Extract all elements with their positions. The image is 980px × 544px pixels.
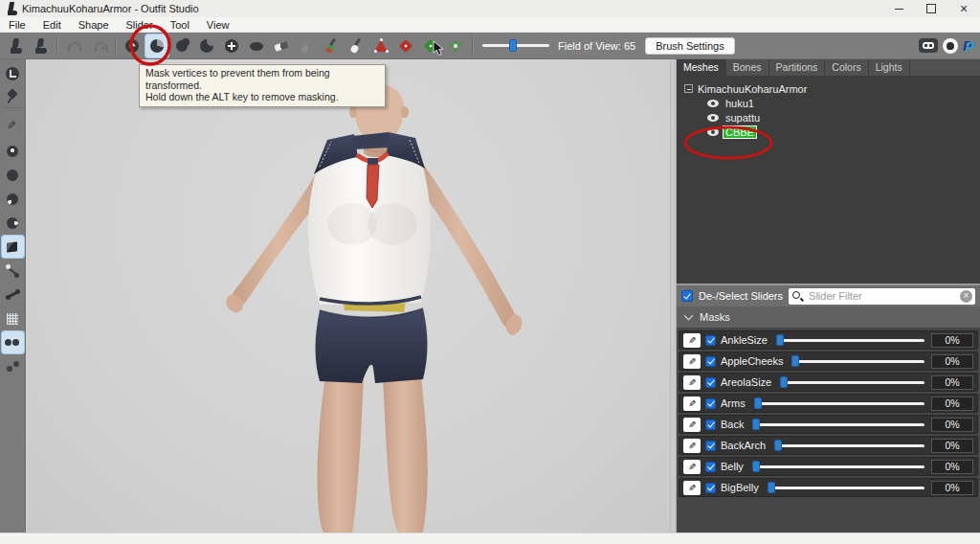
deflate-brush-button[interactable] bbox=[195, 34, 218, 57]
slider-track[interactable] bbox=[754, 397, 924, 410]
panel-tab[interactable]: Colors bbox=[825, 59, 868, 76]
edit-slider-button[interactable] bbox=[683, 418, 701, 432]
flip-edge-button[interactable] bbox=[394, 34, 417, 57]
menu-item[interactable]: Shape bbox=[70, 19, 118, 31]
slider-thumb[interactable] bbox=[774, 440, 782, 451]
panel-tab[interactable]: Lights bbox=[869, 59, 910, 76]
maximize-button[interactable] bbox=[915, 0, 947, 17]
slider-track[interactable] bbox=[768, 481, 924, 494]
menu-item[interactable]: Edit bbox=[34, 19, 70, 31]
slider-value[interactable]: 0% bbox=[931, 460, 973, 474]
mesh-tree-root[interactable]: KimachuuKoharuArmor bbox=[684, 81, 980, 96]
deselect-sliders-checkbox[interactable] bbox=[681, 290, 693, 302]
slider-checkbox[interactable] bbox=[705, 441, 716, 451]
slider-value[interactable]: 0% bbox=[931, 375, 973, 390]
clear-filter-icon[interactable] bbox=[960, 290, 972, 303]
mask-brush-button[interactable] bbox=[145, 34, 168, 57]
vertex-edit-button[interactable] bbox=[2, 260, 24, 282]
smooth-brush-button[interactable] bbox=[245, 34, 268, 57]
slider-checkbox[interactable] bbox=[705, 462, 716, 472]
panel-tab[interactable]: Meshes bbox=[677, 59, 726, 76]
collapse-icon[interactable] bbox=[684, 84, 693, 93]
small-brush-button[interactable] bbox=[2, 116, 24, 138]
move-brush-button[interactable] bbox=[220, 34, 243, 57]
slider-checkbox[interactable] bbox=[705, 377, 716, 388]
load-reference-button[interactable] bbox=[29, 34, 52, 57]
slider-track[interactable] bbox=[791, 354, 924, 368]
perspective-mode-button[interactable] bbox=[2, 236, 24, 258]
redo-button[interactable] bbox=[87, 34, 110, 57]
weight-brush-button[interactable] bbox=[295, 34, 318, 57]
panel-tab[interactable]: Partitions bbox=[769, 59, 826, 76]
move-vertex-button[interactable] bbox=[444, 34, 467, 57]
menu-item[interactable]: Slider bbox=[118, 19, 162, 31]
slider-value[interactable]: 0% bbox=[931, 439, 973, 453]
slider-track[interactable] bbox=[752, 418, 924, 431]
edit-slider-button[interactable] bbox=[683, 333, 701, 348]
masks-section-header[interactable]: Masks bbox=[677, 306, 980, 328]
menu-item[interactable]: Tool bbox=[162, 19, 198, 31]
texture-mode-button[interactable] bbox=[2, 331, 24, 353]
inflate-brush-button[interactable] bbox=[170, 34, 193, 57]
color-brush-button[interactable] bbox=[320, 34, 343, 57]
slider-checkbox[interactable] bbox=[705, 356, 716, 367]
shape-row[interactable]: huku1 bbox=[707, 96, 980, 110]
seam-toggle-button[interactable] bbox=[2, 355, 24, 377]
alpha-brush-button[interactable] bbox=[345, 34, 368, 57]
view-right-button[interactable] bbox=[2, 212, 24, 234]
view-left-button[interactable] bbox=[2, 188, 24, 210]
rotate-view-button[interactable] bbox=[2, 62, 24, 84]
slider-checkbox[interactable] bbox=[705, 483, 716, 493]
slider-thumb[interactable] bbox=[780, 376, 788, 388]
edit-slider-button[interactable] bbox=[683, 481, 701, 495]
slider-value[interactable]: 0% bbox=[931, 481, 973, 495]
undo-button[interactable] bbox=[62, 34, 85, 57]
slider-checkbox[interactable] bbox=[705, 335, 716, 346]
slider-checkbox[interactable] bbox=[705, 419, 716, 430]
field-of-view-thumb[interactable] bbox=[509, 39, 517, 52]
shape-name[interactable]: CBBE bbox=[724, 126, 756, 138]
collapse-vertex-button[interactable] bbox=[369, 34, 392, 57]
split-edge-button[interactable] bbox=[419, 34, 442, 57]
select-brush-button[interactable] bbox=[121, 34, 144, 57]
viewport-3d[interactable] bbox=[27, 59, 670, 533]
edit-slider-button[interactable] bbox=[683, 439, 701, 453]
slider-filter-input[interactable] bbox=[807, 289, 957, 303]
slider-value[interactable]: 0% bbox=[931, 397, 973, 411]
eye-icon[interactable] bbox=[707, 100, 719, 107]
edit-slider-button[interactable] bbox=[683, 354, 701, 369]
pin-button[interactable] bbox=[2, 86, 24, 108]
slider-track[interactable] bbox=[780, 375, 924, 389]
shape-row[interactable]: supattu bbox=[707, 110, 980, 125]
slider-track[interactable] bbox=[774, 439, 924, 452]
paypal-icon[interactable] bbox=[963, 38, 976, 54]
undiff-brush-button[interactable] bbox=[270, 34, 293, 57]
shape-name[interactable]: huku1 bbox=[724, 98, 756, 109]
slider-thumb[interactable] bbox=[752, 419, 760, 430]
view-back-button[interactable] bbox=[2, 164, 24, 186]
discord-icon[interactable] bbox=[919, 38, 938, 53]
grid-toggle-button[interactable] bbox=[2, 307, 24, 329]
slider-track[interactable] bbox=[752, 460, 924, 473]
slider-value[interactable]: 0% bbox=[931, 354, 973, 369]
eye-icon[interactable] bbox=[707, 128, 719, 136]
panel-splitter[interactable] bbox=[670, 59, 677, 533]
panel-tab[interactable]: Bones bbox=[726, 59, 769, 76]
edit-slider-button[interactable] bbox=[683, 375, 701, 390]
slider-thumb[interactable] bbox=[768, 482, 775, 493]
slider-value[interactable]: 0% bbox=[931, 333, 973, 348]
slider-track[interactable] bbox=[776, 333, 924, 347]
close-button[interactable] bbox=[947, 0, 980, 17]
slider-checkbox[interactable] bbox=[705, 398, 716, 409]
bone-edit-button[interactable] bbox=[2, 283, 24, 306]
edit-slider-button[interactable] bbox=[683, 397, 701, 411]
slider-thumb[interactable] bbox=[754, 397, 762, 409]
eye-icon[interactable] bbox=[707, 114, 719, 122]
brush-settings-button[interactable]: Brush Settings bbox=[645, 37, 735, 55]
menu-item[interactable]: View bbox=[198, 19, 238, 31]
slider-thumb[interactable] bbox=[791, 355, 799, 367]
shape-row[interactable]: CBBE bbox=[707, 125, 980, 139]
slider-thumb[interactable] bbox=[776, 334, 784, 346]
slider-thumb[interactable] bbox=[752, 461, 760, 472]
load-project-button[interactable] bbox=[4, 34, 27, 57]
